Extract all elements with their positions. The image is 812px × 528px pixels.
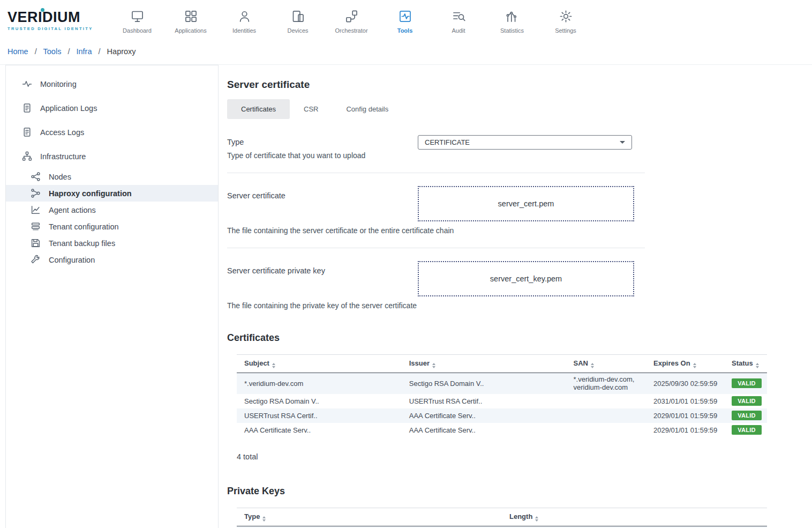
certificates-table-wrap: Subject Issuer SAN Expires On Status *.v…: [237, 354, 812, 437]
divider: [227, 173, 645, 173]
private-keys-table-body: RSA: [237, 526, 767, 528]
sidebar-item-haproxy-configuration[interactable]: Haproxy configuration: [6, 185, 218, 202]
table-cell-san: *.veridium-dev.com, veridium-dev.com: [566, 373, 646, 394]
sort-icon: [262, 516, 266, 522]
table-row: RSA: [237, 526, 767, 528]
tab-csr[interactable]: CSR: [290, 99, 332, 119]
table-cell-issuer: Sectigo RSA Domain V..: [402, 373, 566, 394]
column-header-length[interactable]: Length: [502, 508, 767, 526]
status-badge: VALID: [732, 378, 762, 388]
nav-item-statistics[interactable]: Statistics: [485, 7, 539, 34]
sidebar-item-infrastructure[interactable]: Infrastructure: [6, 144, 218, 168]
nav-label: Applications: [175, 27, 206, 34]
nav-item-applications[interactable]: Applications: [164, 7, 217, 34]
agent-actions-icon: [31, 205, 41, 215]
haproxy-icon: [31, 188, 41, 198]
breadcrumb-tools[interactable]: Tools: [43, 47, 62, 56]
column-header-type[interactable]: Type: [237, 508, 502, 526]
sort-icon: [535, 516, 538, 522]
tools-icon: [398, 9, 412, 24]
private-keys-table-wrap: Type Length RSA: [237, 508, 812, 528]
private-key-dropzone[interactable]: server_cert_key.pem: [418, 261, 634, 296]
breadcrumb: Home / Tools / Infra / Haproxy: [0, 41, 812, 64]
server-cert-help: The file containing the server certifica…: [227, 226, 645, 235]
nav-item-dashboard[interactable]: Dashboard: [110, 7, 164, 34]
tab-config-details[interactable]: Config details: [332, 99, 402, 119]
certificates-total: 4 total: [237, 452, 812, 461]
sidebar-item-label: Tenant backup files: [49, 239, 115, 248]
table-cell-status: VALID: [724, 423, 767, 437]
sidebar-item-configuration[interactable]: Configuration: [6, 251, 218, 268]
certificate-form: Type Type of certificate that you want t…: [227, 135, 645, 310]
certificate-type-select[interactable]: CERTIFICATE: [418, 135, 632, 150]
breadcrumb-separator: /: [99, 47, 101, 56]
type-help: Type of certificate that you want to upl…: [227, 151, 418, 160]
sort-icon: [756, 363, 759, 368]
main-nav: Dashboard Applications Identities Device…: [110, 7, 592, 34]
veridium-logo[interactable]: VERIDIUM TRUSTED DIGITAL IDENTITY: [7, 10, 99, 31]
nav-label: Devices: [287, 27, 308, 34]
main-content: Server certificate Certificates CSR Conf…: [219, 65, 812, 528]
nav-item-settings[interactable]: Settings: [539, 7, 592, 34]
type-label: Type: [227, 135, 418, 146]
private-keys-section-title: Private Keys: [227, 486, 812, 497]
tenant-backup-icon: [31, 238, 41, 248]
application-logs-icon: [22, 103, 32, 113]
orchestrator-icon: [344, 9, 359, 24]
nav-item-tools[interactable]: Tools: [378, 7, 432, 34]
column-header-expires-on[interactable]: Expires On: [646, 355, 724, 373]
sidebar-item-access-logs[interactable]: Access Logs: [6, 120, 218, 144]
monitoring-icon: [22, 79, 32, 89]
sort-icon: [591, 363, 594, 368]
sidebar-item-label: Nodes: [49, 173, 71, 181]
sidebar-item-label: Agent actions: [49, 206, 96, 214]
sidebar-item-tenant-configuration[interactable]: Tenant configuration: [6, 218, 218, 235]
tab-certificates[interactable]: Certificates: [227, 99, 290, 119]
nav-label: Tools: [397, 27, 413, 34]
table-cell-subject: Sectigo RSA Domain V..: [237, 394, 402, 408]
sidebar-item-label: Infrastructure: [40, 152, 86, 161]
column-header-subject[interactable]: Subject: [237, 355, 402, 373]
sidebar-item-monitoring[interactable]: Monitoring: [6, 72, 218, 96]
nav-item-audit[interactable]: Audit: [432, 7, 485, 34]
certificates-table: Subject Issuer SAN Expires On Status *.v…: [237, 354, 767, 437]
certificate-type-value: CERTIFICATE: [425, 138, 470, 146]
chevron-down-icon: [620, 141, 625, 144]
breadcrumb-home[interactable]: Home: [7, 47, 28, 56]
nav-item-orchestrator[interactable]: Orchestrator: [325, 7, 378, 34]
tab-bar: Certificates CSR Config details: [227, 99, 812, 119]
nav-item-identities[interactable]: Identities: [217, 7, 271, 34]
page-title: Server certificate: [227, 79, 812, 91]
table-cell-issuer: AAA Certificate Serv..: [402, 423, 566, 437]
sidebar-item-nodes[interactable]: Nodes: [6, 168, 218, 185]
private-key-label: Server certificate private key: [227, 261, 418, 275]
sidebar-item-label: Access Logs: [40, 128, 84, 137]
breadcrumb-infra[interactable]: Infra: [76, 47, 92, 56]
table-cell-issuer: USERTrust RSA Certif..: [402, 394, 566, 408]
column-header-san[interactable]: SAN: [566, 355, 646, 373]
settings-icon: [559, 9, 573, 24]
server-cert-dropzone[interactable]: server_cert.pem: [418, 186, 634, 221]
certificates-section-title: Certificates: [227, 332, 812, 344]
table-cell-san: [566, 394, 646, 408]
sidebar: Monitoring Application Logs Access Logs …: [5, 65, 219, 528]
sidebar-item-agent-actions[interactable]: Agent actions: [6, 202, 218, 218]
top-navigation: VERIDIUM TRUSTED DIGITAL IDENTITY Dashbo…: [0, 0, 812, 41]
column-header-issuer[interactable]: Issuer: [402, 355, 566, 373]
nav-label: Audit: [452, 27, 465, 34]
server-cert-filename: server_cert.pem: [498, 199, 554, 208]
sort-icon: [693, 363, 696, 368]
nav-item-devices[interactable]: Devices: [271, 7, 325, 34]
sidebar-item-tenant-backup-files[interactable]: Tenant backup files: [6, 235, 218, 251]
status-badge: VALID: [732, 425, 762, 435]
table-row: Sectigo RSA Domain V..USERTrust RSA Cert…: [237, 394, 767, 408]
table-cell-expires: 2029/01/01 01:59:59: [646, 408, 724, 423]
sidebar-item-application-logs[interactable]: Application Logs: [6, 96, 218, 120]
configuration-icon: [31, 255, 41, 265]
status-badge: VALID: [732, 411, 762, 420]
column-header-status[interactable]: Status: [724, 355, 767, 373]
status-badge: VALID: [732, 396, 762, 406]
type-row: Type Type of certificate that you want t…: [227, 135, 645, 160]
certificates-table-body: *.veridium-dev.comSectigo RSA Domain V..…: [237, 373, 767, 437]
sidebar-item-label: Haproxy configuration: [49, 189, 132, 198]
